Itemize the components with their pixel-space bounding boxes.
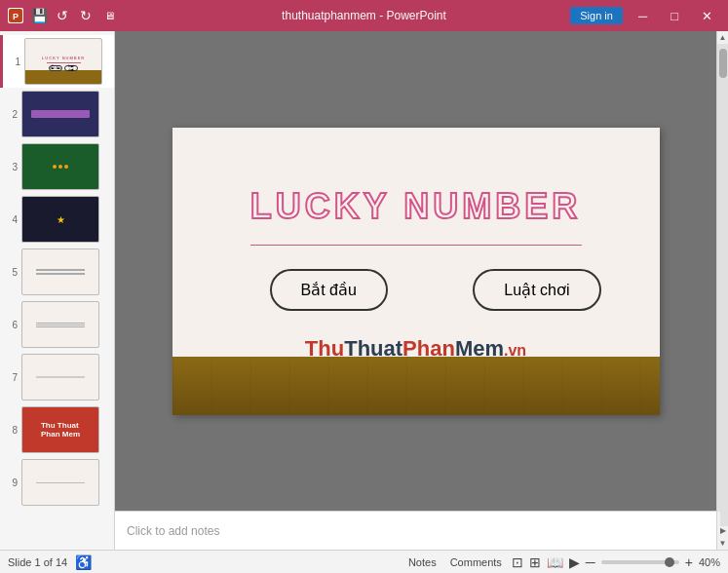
undo-button[interactable]: ↺ [53,8,72,23]
zoom-thumb [665,557,674,567]
slide-canvas-container: LUCKY NUMBER Bắt đầu Luật chơi ThuThuatP… [115,31,716,511]
slide-floor [172,357,660,415]
slide-num-1: 1 [7,57,20,67]
slide-num-3: 3 [4,162,18,172]
slide-num-7: 7 [4,372,18,383]
scroll-up-button[interactable]: ▲ [717,31,728,44]
slide-thumb-2[interactable]: 2 [0,88,114,140]
slide3-dots [53,165,68,169]
notes-button[interactable]: Notes [404,554,441,570]
zoom-in-button[interactable]: + [685,554,693,570]
quick-access-toolbar: 💾 ↺ ↻ 🖥 [29,8,119,23]
slide-num-2: 2 [4,109,18,120]
reading-view-button[interactable]: 📖 [547,554,563,570]
slide-preview-1: LUCKY NUMBER Bắt đầu Luật chơi [24,38,102,85]
slide-num-5: 5 [4,267,18,278]
slide-preview-7 [21,354,99,401]
slide4-star: ★ [57,214,65,225]
maximize-button[interactable]: □ [663,7,686,25]
start-button[interactable]: Bắt đầu [270,269,388,311]
slide-thumb-1[interactable]: 1 LUCKY NUMBER Bắt đầu Luật chơi [0,35,114,88]
comments-button[interactable]: Comments [446,554,506,570]
powerpoint-icon: P [8,8,23,23]
slide-thumb-4[interactable]: 4 ★ [0,193,114,246]
slide-panel: 1 LUCKY NUMBER Bắt đầu Luật chơi 2 [0,31,115,550]
main-area: 1 LUCKY NUMBER Bắt đầu Luật chơi 2 [0,31,728,550]
title-bar-right: Sign in ─ □ ✕ [570,7,720,25]
save-button[interactable]: 💾 [29,8,49,23]
slide-thumb-8[interactable]: 8 Thu ThuatPhan Mem [0,403,114,456]
redo-button[interactable]: ↻ [76,8,96,23]
scroll-track[interactable] [717,44,728,512]
watermark-text: ThuThuatPhanMem.vn [305,336,526,362]
slide-divider [250,245,582,246]
accessibility-icon: ♿ [75,554,92,570]
watermark: ThuThuatPhanMem.vn [172,336,660,362]
slide-preview-6 [21,301,99,348]
floor-texture [172,357,660,415]
notes-placeholder: Click to add notes [127,524,219,538]
slide-preview-3 [21,143,99,190]
slide-panel-inner: 1 LUCKY NUMBER Bắt đầu Luật chơi 2 [0,31,114,550]
slide-preview-5 [21,248,99,295]
notes-area[interactable]: Click to add notes [115,511,716,550]
slide-num-8: 8 [4,425,18,436]
slideshow-button[interactable]: ▶ [569,554,580,570]
slide-canvas: LUCKY NUMBER Bắt đầu Luật chơi ThuThuatP… [172,128,660,415]
slide-num-6: 6 [4,320,18,330]
slide-num-4: 4 [4,214,18,225]
slide-thumb-3[interactable]: 3 [0,140,114,193]
rules-button[interactable]: Luật chơi [473,269,600,311]
slide-thumb-5[interactable]: 5 [0,246,114,298]
slide2-content [31,110,90,118]
slide-preview-8: Thu ThuatPhan Mem [21,406,99,453]
scroll-thumb [719,49,727,78]
slide-preview-2 [21,91,99,137]
scroll-down-button[interactable]: ▼ [717,537,728,550]
close-button[interactable]: ✕ [694,7,720,25]
svg-text:P: P [13,12,19,21]
zoom-slider[interactable] [601,560,679,564]
title-bar: P 💾 ↺ ↻ 🖥 thuthuatphanmem - PowerPoint S… [0,0,728,31]
present-button[interactable]: 🖥 [99,10,119,21]
window-title: thuthuatphanmem - PowerPoint [282,9,446,22]
right-scrollbar[interactable]: ▲ ◀ ▶ ▼ [716,31,728,550]
zoom-out-button[interactable]: ─ [586,554,595,570]
slide-title[interactable]: LUCKY NUMBER [250,186,581,227]
zoom-level: 40% [699,556,720,568]
slide-thumb-9[interactable]: 9 [0,456,114,509]
slide-thumb-6[interactable]: 6 [0,298,114,351]
title-bar-left: P 💾 ↺ ↻ 🖥 [8,8,119,23]
normal-view-button[interactable]: ⊡ [512,554,523,570]
status-bar: Slide 1 of 14 ♿ Notes Comments ⊡ ⊞ 📖 ▶ ─… [0,550,728,573]
slide-preview-9 [21,459,99,506]
slide-sorter-button[interactable]: ⊞ [529,554,541,570]
status-left: Slide 1 of 14 ♿ [8,554,92,570]
minimize-button[interactable]: ─ [631,7,655,25]
slide-preview-4: ★ [21,196,99,243]
slide-num-9: 9 [4,478,18,488]
slide-thumb-7[interactable]: 7 [0,351,114,403]
main-with-scroll: LUCKY NUMBER Bắt đầu Luật chơi ThuThuatP… [115,31,728,550]
content-area: LUCKY NUMBER Bắt đầu Luật chơi ThuThuatP… [115,31,716,550]
sign-in-button[interactable]: Sign in [570,7,623,24]
status-right: Notes Comments ⊡ ⊞ 📖 ▶ ─ + 40% [404,554,720,570]
slide-info: Slide 1 of 14 [8,556,67,568]
